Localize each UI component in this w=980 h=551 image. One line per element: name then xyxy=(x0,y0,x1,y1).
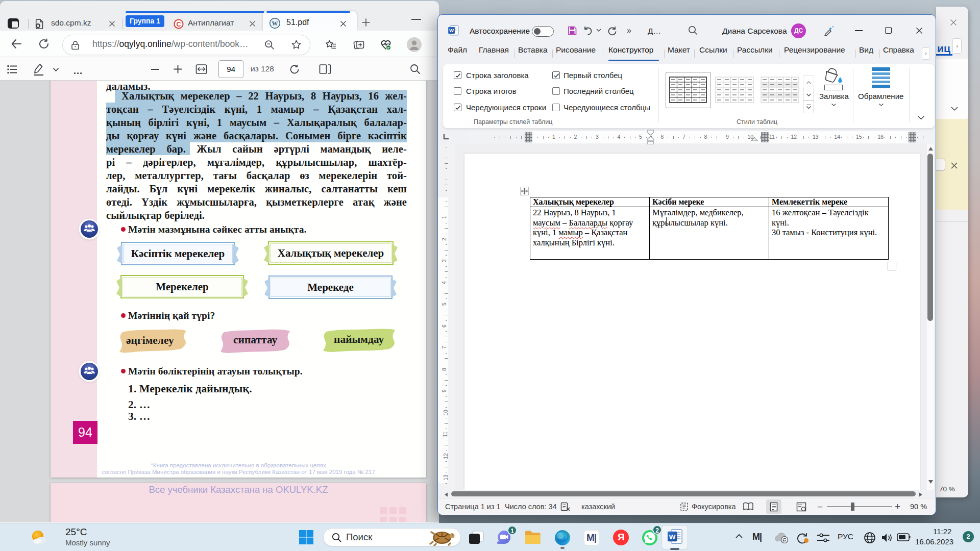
svg-text:W: W xyxy=(669,533,676,541)
svg-text:W: W xyxy=(272,20,278,27)
svg-text:W: W xyxy=(449,28,454,33)
svg-text:C: C xyxy=(176,21,181,28)
